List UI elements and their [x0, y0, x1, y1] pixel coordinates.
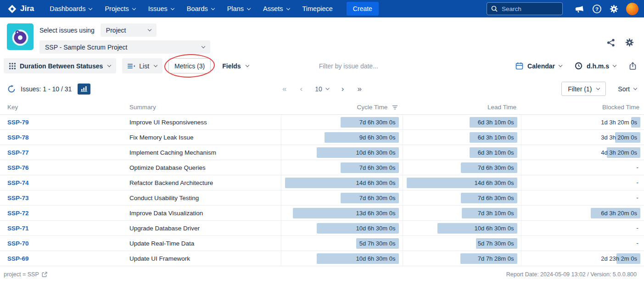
issue-key-link[interactable]: SSP-79 [7, 119, 29, 126]
chevron-down-icon [107, 63, 111, 67]
issue-source-select[interactable]: Project [101, 23, 157, 37]
lead-time-cell: 7d 6h 30m 0s [403, 160, 521, 175]
lead-time-cell: 10d 6h 30m 0s [403, 221, 521, 236]
report-settings-button[interactable] [625, 38, 634, 47]
timepiece-app-icon [7, 23, 34, 50]
duration-value: - [636, 164, 640, 171]
issue-key-link[interactable]: SSP-71 [7, 225, 29, 232]
duration-value: 6d 3h 10m 0s [478, 119, 517, 126]
issue-key-link[interactable]: SSP-74 [7, 179, 29, 186]
nav-item-issues[interactable]: Issues [148, 5, 174, 12]
page-size-dropdown[interactable]: 10 [315, 85, 329, 93]
jira-logo-icon [7, 4, 17, 14]
last-page-button[interactable]: » [356, 85, 362, 93]
cycle-time-cell: 14d 6h 30m 0s [281, 175, 403, 190]
duration-value: 7d 6h 30m 0s [359, 195, 399, 201]
user-avatar[interactable] [626, 3, 638, 15]
duration-value: 14d 6h 30m 0s [474, 179, 517, 186]
nav-item-assets[interactable]: Assets [263, 5, 290, 12]
chevron-down-icon [633, 86, 637, 90]
lead-time-cell: 7d 6h 30m 0s [403, 190, 521, 206]
chevron-down-icon [202, 45, 205, 48]
issue-summary: Improve UI Responsiveness [125, 115, 281, 130]
table-row: SSP-76 Optimize Database Queries 7d 6h 3… [0, 160, 644, 175]
next-page-button[interactable]: › [341, 85, 345, 93]
nav-item-timepiece[interactable]: Timepiece [302, 5, 333, 12]
project-select[interactable]: SSP - Sample Scrum Project [39, 40, 210, 54]
duration-value: 6d 3h 10m 0s [478, 149, 517, 156]
lead-time-cell: 7d 7h 28m 0s [403, 251, 521, 266]
report-info: Report Date: 2024-05-09 13:02 / Version:… [506, 271, 637, 278]
svg-text:?: ? [595, 6, 599, 11]
create-button[interactable]: Create [347, 2, 379, 16]
duration-value: 7d 6h 30m 0s [359, 164, 399, 171]
brand-name: Jira [20, 4, 34, 13]
issue-key-link[interactable]: SSP-69 [7, 255, 29, 262]
issue-key-link[interactable]: SSP-76 [7, 164, 29, 171]
duration-value: - [636, 179, 640, 186]
duration-value: 10d 6h 30m 0s [356, 225, 398, 232]
sort-dropdown[interactable]: Sort [618, 85, 637, 93]
help-button[interactable]: ? [592, 4, 602, 14]
metrics-button[interactable]: Metrics (3) [168, 58, 211, 73]
duration-value: 2d 23h 2m 0s [601, 255, 640, 262]
nav-item-plans[interactable]: Plans [227, 5, 250, 12]
announcements-button[interactable] [575, 5, 584, 13]
table-row: SSP-72 Improve Data Visualization 13d 6h… [0, 206, 644, 221]
filter-button[interactable]: Filter (1) [561, 82, 606, 96]
chart-view-button[interactable] [78, 84, 90, 95]
list-icon [128, 63, 135, 69]
global-search[interactable] [487, 2, 563, 15]
issue-key-link[interactable]: SSP-77 [7, 149, 29, 156]
issue-date-filter[interactable]: Filter by issue date... [319, 62, 378, 70]
blocked-time-cell: - [521, 236, 644, 251]
fields-dropdown[interactable]: Fields [217, 58, 254, 73]
table-row: SSP-71 Upgrade Database Driver 10d 6h 30… [0, 221, 644, 236]
cycle-time-cell: 5d 7h 30m 0s [281, 236, 403, 251]
chevron-down-icon [326, 86, 330, 90]
issue-summary: Fix Memory Leak Issue [125, 130, 281, 145]
refresh-button[interactable] [7, 85, 16, 93]
issue-key-link[interactable]: SSP-73 [7, 195, 29, 201]
issue-key-link[interactable]: SSP-72 [7, 210, 29, 217]
issue-key-link[interactable]: SSP-78 [7, 134, 29, 141]
chevron-down-icon [286, 6, 290, 10]
export-button[interactable] [629, 62, 637, 70]
view-mode-dropdown[interactable]: List [122, 58, 162, 73]
issue-summary: Upgrade Database Driver [125, 221, 281, 236]
share-button[interactable] [607, 39, 615, 47]
chevron-down-icon [171, 6, 174, 10]
blocked-time-cell: - [521, 175, 644, 190]
duration-value: 7d 6h 30m 0s [478, 164, 517, 171]
blocked-time-cell: 3d 3h 20m 0s [521, 130, 644, 145]
duration-value: 7d 6h 30m 0s [478, 195, 517, 201]
cycle-time-cell: 7d 6h 30m 0s [281, 115, 403, 130]
grid-icon [9, 63, 16, 69]
prev-page-button[interactable]: ‹ [299, 85, 304, 93]
nav-item-boards[interactable]: Boards [187, 5, 214, 12]
issue-key-link[interactable]: SSP-70 [7, 240, 29, 247]
duration-value: 10d 6h 30m 0s [356, 255, 398, 262]
table-row: SSP-69 Update UI Framework 10d 6h 30m 0s… [0, 251, 644, 266]
issue-table: Key Summary Cycle Time Lead Time Blocked… [0, 101, 644, 266]
duration-value: - [636, 194, 640, 201]
blocked-time-cell: - [521, 221, 644, 236]
search-input[interactable] [501, 5, 558, 13]
time-unit-dropdown[interactable]: d.h.m.s [575, 62, 616, 70]
jira-logo[interactable]: Jira [7, 4, 34, 14]
page-footer: project = SSP Report Date: 2024-05-09 13… [0, 266, 644, 278]
issue-summary: Improve Data Visualization [125, 206, 281, 221]
lead-time-cell: 7d 3h 10m 0s [403, 206, 521, 221]
report-type-dropdown[interactable]: Duration Between Statuses [4, 58, 116, 73]
issue-summary: Update Real-Time Data [125, 236, 281, 251]
calendar-dropdown[interactable]: Calendar [515, 62, 562, 70]
nav-item-dashboards[interactable]: Dashboards [50, 5, 92, 12]
chevron-down-icon [148, 28, 151, 31]
jql-link[interactable]: project = SSP [4, 271, 47, 278]
settings-button[interactable] [610, 5, 618, 13]
chevron-down-icon [211, 6, 214, 10]
nav-item-projects[interactable]: Projects [105, 5, 135, 12]
filter-lines-icon[interactable] [392, 105, 398, 110]
chevron-down-icon [245, 63, 249, 67]
first-page-button[interactable]: « [281, 85, 287, 93]
